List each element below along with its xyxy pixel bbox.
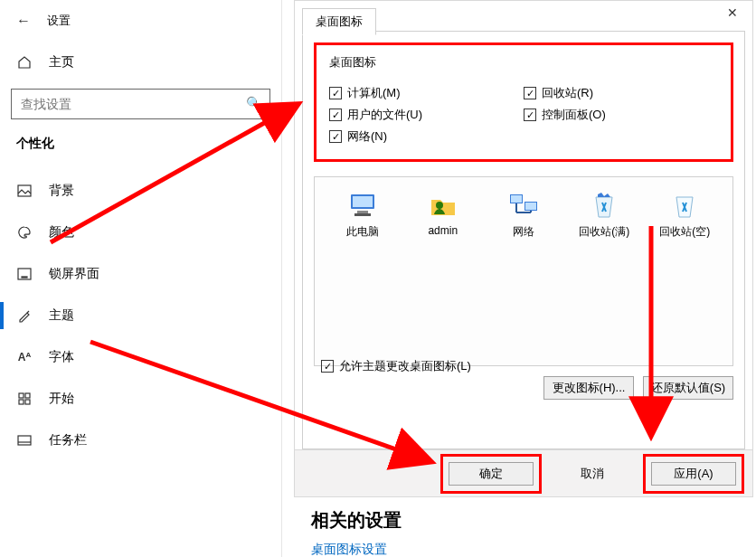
- nav-home[interactable]: 主页: [0, 42, 281, 83]
- start-icon: [16, 392, 33, 405]
- svg-rect-11: [357, 211, 368, 213]
- nav-home-label: 主页: [49, 54, 74, 71]
- change-icon-button[interactable]: 更改图标(H)...: [543, 376, 634, 400]
- cancel-button[interactable]: 取消: [550, 462, 635, 486]
- sidebar-item-background[interactable]: 背景: [0, 170, 281, 212]
- preview-recyclebin-full[interactable]: 回收站(满): [570, 190, 638, 240]
- checkbox-label: 用户的文件(U): [347, 107, 422, 123]
- network-icon: [489, 190, 558, 221]
- svg-rect-4: [25, 393, 30, 398]
- preview-label: admin: [409, 224, 477, 237]
- check-icon: ✓: [524, 109, 536, 121]
- palette-icon: [16, 225, 33, 240]
- checkbox-label: 计算机(M): [347, 85, 401, 101]
- search-wrap: 🔍: [11, 89, 270, 119]
- settings-header: ← 设置: [0, 0, 281, 42]
- preview-label: 网络: [489, 224, 558, 240]
- group-title: 桌面图标: [329, 54, 718, 71]
- check-icon: ✓: [329, 109, 342, 121]
- preview-network[interactable]: 网络: [489, 190, 558, 240]
- recyclebin-full-icon: [570, 190, 638, 221]
- sidebar-item-start[interactable]: 开始: [0, 378, 281, 420]
- checkbox-label: 回收站(R): [542, 85, 593, 101]
- svg-rect-12: [354, 213, 371, 216]
- font-icon: AA: [16, 351, 33, 363]
- sidebar-item-label: 颜色: [49, 224, 74, 241]
- sidebar-item-fonts[interactable]: AA 字体: [0, 336, 281, 378]
- svg-rect-6: [25, 400, 30, 404]
- section-heading: 个性化: [0, 136, 281, 170]
- sidebar-item-label: 锁屏界面: [49, 266, 99, 282]
- check-icon: ✓: [329, 87, 342, 99]
- taskbar-icon: [16, 435, 33, 446]
- svg-rect-17: [525, 203, 536, 210]
- check-icon: ✓: [524, 87, 536, 99]
- svg-rect-16: [511, 195, 522, 203]
- preview-recyclebin-empty[interactable]: 回收站(空): [650, 190, 719, 240]
- desktop-icons-group: 桌面图标 ✓ 计算机(M) ✓ 用户的文件(U) ✓ 网络(N): [314, 42, 733, 162]
- sidebar-item-lockscreen[interactable]: 锁屏界面: [0, 253, 281, 295]
- svg-point-13: [436, 202, 443, 209]
- icon-preview-box: 此电脑 admin 网络: [314, 176, 733, 366]
- svg-rect-7: [18, 436, 31, 445]
- check-icon: ✓: [329, 130, 342, 143]
- ok-button[interactable]: 确定: [449, 462, 534, 486]
- home-icon: [16, 55, 33, 70]
- back-icon[interactable]: ←: [16, 13, 31, 29]
- theme-icon: [16, 308, 33, 323]
- checkbox-controlpanel[interactable]: ✓ 控制面板(O): [524, 107, 718, 123]
- svg-rect-3: [19, 393, 24, 398]
- checkbox-label: 网络(N): [347, 128, 387, 145]
- related-settings: 相关的设置 桌面图标设置: [311, 508, 402, 557]
- sidebar-item-taskbar[interactable]: 任务栏: [0, 420, 281, 461]
- checkbox-recyclebin[interactable]: ✓ 回收站(R): [524, 85, 718, 101]
- desktop-icon-dialog: ✕ 桌面图标 桌面图标 ✓ 计算机(M) ✓ 用户的文件(U) ✓ 网络(N): [294, 0, 753, 497]
- check-icon: ✓: [321, 360, 334, 373]
- apply-button[interactable]: 应用(A): [651, 462, 736, 486]
- checkbox-network[interactable]: ✓ 网络(N): [329, 128, 524, 145]
- sidebar-item-label: 背景: [49, 183, 74, 199]
- preview-label: 此电脑: [328, 224, 397, 240]
- preview-user[interactable]: admin: [409, 190, 477, 240]
- settings-title: 设置: [47, 13, 71, 29]
- sidebar-item-label: 开始: [49, 391, 74, 407]
- checkbox-label: 允许主题更改桌面图标(L): [339, 358, 471, 374]
- tab-desktop-icons[interactable]: 桌面图标: [302, 8, 376, 35]
- preview-label: 回收站(空): [650, 224, 719, 240]
- settings-left-panel: ← 设置 主页 🔍 个性化 背景 颜色: [0, 0, 282, 557]
- sidebar-item-themes[interactable]: 主题: [0, 295, 281, 336]
- sidebar-item-label: 主题: [49, 307, 74, 324]
- close-icon[interactable]: ✕: [713, 1, 752, 24]
- tab-panel: 桌面图标 ✓ 计算机(M) ✓ 用户的文件(U) ✓ 网络(N): [302, 31, 745, 449]
- checkbox-label: 控制面板(O): [542, 107, 606, 123]
- monitor-icon: [328, 190, 397, 221]
- svg-rect-0: [18, 185, 31, 196]
- checkbox-computer[interactable]: ✓ 计算机(M): [329, 85, 524, 101]
- sidebar-item-label: 字体: [49, 349, 74, 365]
- userfolder-icon: [409, 190, 477, 221]
- search-input[interactable]: [11, 89, 270, 119]
- restore-defaults-button[interactable]: 还原默认值(S): [643, 376, 733, 400]
- checkbox-allow-theme[interactable]: ✓ 允许主题更改桌面图标(L): [321, 358, 471, 374]
- svg-rect-5: [19, 400, 24, 404]
- svg-rect-10: [353, 196, 373, 207]
- dialog-button-bar: 确定 取消 应用(A): [295, 449, 752, 496]
- related-heading: 相关的设置: [311, 508, 402, 533]
- sidebar-item-label: 任务栏: [49, 432, 87, 448]
- preview-thispc[interactable]: 此电脑: [328, 190, 397, 240]
- recyclebin-empty-icon: [650, 190, 719, 221]
- related-link[interactable]: 桌面图标设置: [311, 542, 387, 556]
- picture-icon: [16, 184, 33, 197]
- preview-label: 回收站(满): [570, 224, 638, 240]
- lockscreen-icon: [16, 268, 33, 280]
- checkbox-userfiles[interactable]: ✓ 用户的文件(U): [329, 107, 524, 123]
- svg-rect-2: [22, 277, 27, 278]
- sidebar-item-colors[interactable]: 颜色: [0, 212, 281, 253]
